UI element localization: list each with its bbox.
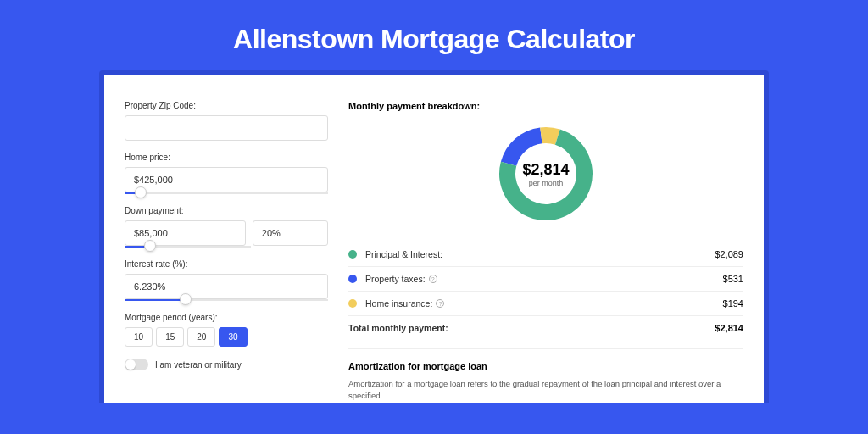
calculator-card: Property Zip Code: Home price: Down paym…	[104, 75, 764, 403]
slider-handle[interactable]	[144, 240, 156, 252]
legend-row: Property taxes:?$531	[348, 266, 743, 291]
period-option-10[interactable]: 10	[125, 327, 153, 347]
legend-value: $194	[723, 298, 743, 309]
period-label: Mortgage period (years):	[125, 313, 328, 322]
inputs-column: Property Zip Code: Home price: Down paym…	[125, 101, 328, 403]
home-price-slider[interactable]	[125, 192, 328, 194]
donut-chart: $2,814 per month	[348, 123, 743, 225]
card-container: Property Zip Code: Home price: Down paym…	[99, 70, 769, 403]
legend-dot	[348, 275, 357, 283]
zip-label: Property Zip Code:	[125, 101, 328, 110]
period-options: 10152030	[125, 327, 328, 347]
period-field: Mortgage period (years): 10152030	[125, 313, 328, 347]
amortization-text: Amortization for a mortgage loan refers …	[348, 378, 743, 403]
down-payment-label: Down payment:	[125, 206, 328, 215]
legend: Principal & Interest:$2,089Property taxe…	[348, 242, 743, 340]
down-payment-pct-input[interactable]	[253, 220, 328, 246]
home-price-label: Home price:	[125, 153, 328, 162]
info-icon[interactable]: ?	[429, 275, 437, 283]
veteran-toggle[interactable]	[125, 359, 148, 370]
legend-row: Principal & Interest:$2,089	[348, 242, 743, 266]
breakdown-title: Monthly payment breakdown:	[348, 101, 743, 111]
slider-handle[interactable]	[180, 293, 192, 305]
interest-label: Interest rate (%):	[125, 259, 328, 269]
period-option-20[interactable]: 20	[187, 327, 215, 347]
legend-label: Principal & Interest:	[365, 249, 715, 259]
legend-label: Home insurance:?	[365, 298, 723, 309]
legend-label: Property taxes:?	[365, 274, 723, 284]
legend-value: $2,089	[715, 249, 743, 259]
veteran-label: I am veteran or military	[155, 360, 242, 370]
donut-value: $2,814	[522, 161, 569, 179]
zip-field: Property Zip Code:	[125, 101, 328, 141]
down-payment-field: Down payment:	[125, 206, 328, 248]
legend-total-row: Total monthly payment:$2,814	[348, 315, 743, 340]
veteran-row: I am veteran or military	[125, 359, 328, 370]
donut-center: $2,814 per month	[522, 161, 569, 187]
interest-field: Interest rate (%):	[125, 259, 328, 301]
interest-input[interactable]	[125, 274, 328, 299]
down-payment-slider[interactable]	[125, 246, 251, 248]
slider-handle[interactable]	[135, 186, 147, 198]
amortization-title: Amortization for mortgage loan	[348, 361, 743, 371]
home-price-field: Home price:	[125, 153, 328, 194]
legend-row: Home insurance:?$194	[348, 291, 743, 315]
legend-dot	[348, 299, 357, 308]
legend-total-label: Total monthly payment:	[348, 323, 715, 333]
legend-value: $531	[723, 274, 743, 284]
info-icon[interactable]: ?	[436, 299, 444, 308]
interest-slider[interactable]	[125, 299, 328, 301]
slider-fill	[125, 299, 186, 301]
down-payment-input[interactable]	[125, 220, 246, 246]
zip-input[interactable]	[125, 115, 328, 141]
legend-total-value: $2,814	[715, 323, 743, 333]
legend-dot	[348, 250, 357, 259]
page-header: Allenstown Mortgage Calculator	[0, 0, 868, 70]
donut-sub: per month	[522, 179, 569, 187]
period-option-15[interactable]: 15	[156, 327, 184, 347]
page-title: Allenstown Mortgage Calculator	[0, 24, 868, 55]
amortization-section: Amortization for mortgage loan Amortizat…	[348, 348, 743, 403]
period-option-30[interactable]: 30	[219, 327, 247, 347]
home-price-input[interactable]	[125, 167, 328, 192]
breakdown-column: Monthly payment breakdown: $2,814 per mo…	[348, 101, 743, 403]
